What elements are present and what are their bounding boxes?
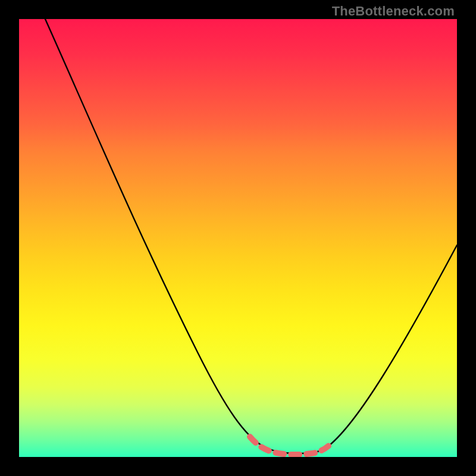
chart-svg [19,19,457,457]
plateau-dash [250,437,332,455]
watermark-text: TheBottleneck.com [332,4,455,19]
plot-area [19,19,457,457]
bottleneck-curve [45,19,457,453]
chart-frame: TheBottleneck.com [0,0,476,476]
